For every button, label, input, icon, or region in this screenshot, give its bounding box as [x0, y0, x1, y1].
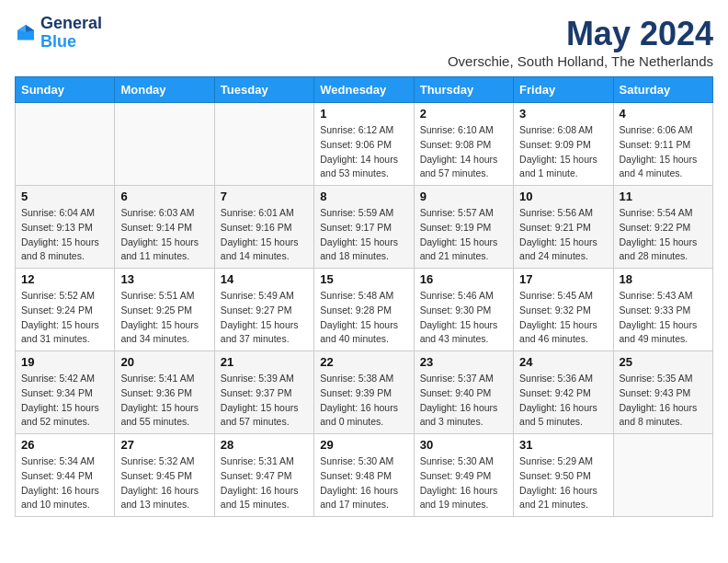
day-info: Sunrise: 5:41 AMSunset: 9:36 PMDaylight:…	[120, 372, 208, 430]
day-number: 9	[420, 190, 507, 203]
day-info: Sunrise: 5:48 AMSunset: 9:28 PMDaylight:…	[320, 289, 407, 347]
week-row-5: 26Sunrise: 5:34 AMSunset: 9:44 PMDayligh…	[16, 434, 713, 517]
day-info: Sunrise: 6:04 AMSunset: 9:13 PMDaylight:…	[21, 206, 108, 264]
calendar-cell: 30Sunrise: 5:30 AMSunset: 9:49 PMDayligh…	[414, 434, 513, 517]
calendar-cell: 14Sunrise: 5:49 AMSunset: 9:27 PMDayligh…	[214, 269, 313, 351]
month-title: May 2024	[448, 15, 713, 53]
day-info: Sunrise: 5:43 AMSunset: 9:33 PMDaylight:…	[620, 289, 707, 347]
day-number: 28	[221, 438, 308, 452]
week-row-1: 1Sunrise: 6:12 AMSunset: 9:06 PMDaylight…	[16, 103, 713, 186]
calendar-cell: 20Sunrise: 5:41 AMSunset: 9:36 PMDayligh…	[115, 351, 214, 434]
calendar-cell: 29Sunrise: 5:30 AMSunset: 9:48 PMDayligh…	[314, 434, 414, 517]
day-info: Sunrise: 5:46 AMSunset: 9:30 PMDaylight:…	[420, 289, 507, 347]
calendar-cell: 21Sunrise: 5:39 AMSunset: 9:37 PMDayligh…	[214, 351, 313, 434]
calendar-cell: 24Sunrise: 5:36 AMSunset: 9:42 PMDayligh…	[514, 351, 613, 434]
day-info: Sunrise: 5:37 AMSunset: 9:40 PMDaylight:…	[420, 372, 507, 430]
calendar-cell: 3Sunrise: 6:08 AMSunset: 9:09 PMDaylight…	[514, 103, 613, 186]
calendar-cell: 28Sunrise: 5:31 AMSunset: 9:47 PMDayligh…	[214, 434, 313, 517]
day-info: Sunrise: 5:49 AMSunset: 9:27 PMDaylight:…	[221, 289, 308, 347]
calendar-cell: 25Sunrise: 5:35 AMSunset: 9:43 PMDayligh…	[613, 351, 712, 434]
day-info: Sunrise: 5:30 AMSunset: 9:49 PMDaylight:…	[420, 454, 507, 512]
location-subtitle: Overschie, South Holland, The Netherland…	[448, 53, 713, 69]
calendar-cell: 2Sunrise: 6:10 AMSunset: 9:08 PMDaylight…	[414, 103, 513, 186]
calendar-cell: 8Sunrise: 5:59 AMSunset: 9:17 PMDaylight…	[314, 186, 414, 269]
day-number: 29	[320, 438, 407, 452]
day-number: 31	[519, 438, 607, 452]
day-info: Sunrise: 5:30 AMSunset: 9:48 PMDaylight:…	[320, 454, 407, 512]
day-info: Sunrise: 5:54 AMSunset: 9:22 PMDaylight:…	[620, 206, 707, 264]
day-number: 22	[320, 355, 407, 369]
day-number: 13	[120, 272, 208, 286]
day-info: Sunrise: 5:51 AMSunset: 9:25 PMDaylight:…	[120, 289, 208, 347]
day-number: 2	[420, 107, 507, 121]
calendar-cell: 10Sunrise: 5:56 AMSunset: 9:21 PMDayligh…	[514, 186, 613, 269]
header-friday: Friday	[514, 77, 613, 103]
day-number: 17	[519, 272, 607, 286]
calendar-header: SundayMondayTuesdayWednesdayThursdayFrid…	[16, 77, 713, 103]
day-info: Sunrise: 6:03 AMSunset: 9:14 PMDaylight:…	[120, 206, 208, 264]
day-info: Sunrise: 5:42 AMSunset: 9:34 PMDaylight:…	[21, 372, 108, 430]
calendar-cell: 12Sunrise: 5:52 AMSunset: 9:24 PMDayligh…	[16, 269, 115, 351]
day-number: 26	[21, 438, 108, 452]
logo: General Blue	[15, 15, 102, 52]
day-number: 8	[320, 190, 407, 203]
calendar-cell	[16, 103, 115, 186]
calendar-cell: 23Sunrise: 5:37 AMSunset: 9:40 PMDayligh…	[414, 351, 513, 434]
calendar-cell: 16Sunrise: 5:46 AMSunset: 9:30 PMDayligh…	[414, 269, 513, 351]
day-info: Sunrise: 6:06 AMSunset: 9:11 PMDaylight:…	[620, 123, 707, 181]
calendar-body: 1Sunrise: 6:12 AMSunset: 9:06 PMDaylight…	[16, 103, 713, 517]
day-number: 1	[320, 107, 407, 121]
day-info: Sunrise: 5:52 AMSunset: 9:24 PMDaylight:…	[21, 289, 108, 347]
title-block: May 2024 Overschie, South Holland, The N…	[448, 15, 713, 69]
day-number: 16	[420, 272, 507, 286]
day-info: Sunrise: 5:35 AMSunset: 9:43 PMDaylight:…	[620, 372, 707, 430]
calendar-cell: 9Sunrise: 5:57 AMSunset: 9:19 PMDaylight…	[414, 186, 513, 269]
day-number: 14	[221, 272, 308, 286]
logo-icon	[15, 22, 37, 44]
calendar-cell: 15Sunrise: 5:48 AMSunset: 9:28 PMDayligh…	[314, 269, 414, 351]
calendar-cell: 5Sunrise: 6:04 AMSunset: 9:13 PMDaylight…	[16, 186, 115, 269]
day-number: 18	[620, 272, 707, 286]
day-number: 10	[519, 190, 607, 203]
calendar-cell	[613, 434, 712, 517]
day-number: 15	[320, 272, 407, 286]
day-number: 21	[221, 355, 308, 369]
header-monday: Monday	[115, 77, 214, 103]
day-info: Sunrise: 5:36 AMSunset: 9:42 PMDaylight:…	[519, 372, 607, 430]
day-number: 5	[21, 190, 108, 203]
calendar-cell: 13Sunrise: 5:51 AMSunset: 9:25 PMDayligh…	[115, 269, 214, 351]
day-number: 30	[420, 438, 507, 452]
calendar-cell: 27Sunrise: 5:32 AMSunset: 9:45 PMDayligh…	[115, 434, 214, 517]
day-number: 23	[420, 355, 507, 369]
calendar-cell: 18Sunrise: 5:43 AMSunset: 9:33 PMDayligh…	[613, 269, 712, 351]
calendar-cell: 17Sunrise: 5:45 AMSunset: 9:32 PMDayligh…	[514, 269, 613, 351]
calendar-cell	[214, 103, 313, 186]
calendar-cell: 26Sunrise: 5:34 AMSunset: 9:44 PMDayligh…	[16, 434, 115, 517]
page-header: General Blue May 2024 Overschie, South H…	[15, 15, 713, 69]
day-info: Sunrise: 5:31 AMSunset: 9:47 PMDaylight:…	[221, 454, 308, 512]
day-info: Sunrise: 5:39 AMSunset: 9:37 PMDaylight:…	[221, 372, 308, 430]
day-number: 20	[120, 355, 208, 369]
header-sunday: Sunday	[16, 77, 115, 103]
day-number: 4	[620, 107, 707, 121]
calendar-cell: 7Sunrise: 6:01 AMSunset: 9:16 PMDaylight…	[214, 186, 313, 269]
day-number: 7	[221, 190, 308, 203]
header-tuesday: Tuesday	[214, 77, 313, 103]
calendar-cell: 1Sunrise: 6:12 AMSunset: 9:06 PMDaylight…	[314, 103, 414, 186]
day-info: Sunrise: 6:10 AMSunset: 9:08 PMDaylight:…	[420, 123, 507, 181]
calendar-cell: 19Sunrise: 5:42 AMSunset: 9:34 PMDayligh…	[16, 351, 115, 434]
day-info: Sunrise: 6:01 AMSunset: 9:16 PMDaylight:…	[221, 206, 308, 264]
day-number: 25	[620, 355, 707, 369]
calendar-cell: 4Sunrise: 6:06 AMSunset: 9:11 PMDaylight…	[613, 103, 712, 186]
calendar-cell: 6Sunrise: 6:03 AMSunset: 9:14 PMDaylight…	[115, 186, 214, 269]
week-row-3: 12Sunrise: 5:52 AMSunset: 9:24 PMDayligh…	[16, 269, 713, 351]
day-info: Sunrise: 5:59 AMSunset: 9:17 PMDaylight:…	[320, 206, 407, 264]
day-number: 27	[120, 438, 208, 452]
day-number: 3	[519, 107, 607, 121]
day-number: 19	[21, 355, 108, 369]
header-thursday: Thursday	[414, 77, 513, 103]
logo-text: General Blue	[40, 15, 102, 52]
day-info: Sunrise: 5:38 AMSunset: 9:39 PMDaylight:…	[320, 372, 407, 430]
calendar-cell: 22Sunrise: 5:38 AMSunset: 9:39 PMDayligh…	[314, 351, 414, 434]
day-number: 12	[21, 272, 108, 286]
